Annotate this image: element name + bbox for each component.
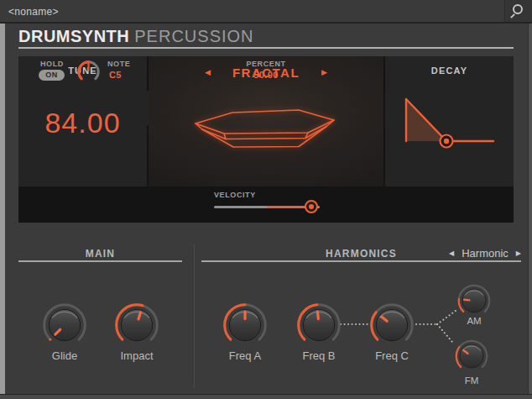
search-icon: [513, 4, 523, 14]
freq-a-knob-label: Freq A: [211, 349, 279, 362]
decay-envelope: [394, 90, 507, 153]
velocity-slider[interactable]: [214, 200, 320, 213]
mode-prev-arrow[interactable]: ◀: [449, 250, 454, 257]
percent-value[interactable]: 50.00: [18, 70, 514, 80]
velocity-handle[interactable]: [305, 200, 318, 213]
glide-knob[interactable]: [41, 302, 88, 349]
freq-c-knob-label: Freq C: [358, 349, 425, 362]
header-underline: [18, 47, 514, 49]
fractal-model-graphic: [185, 97, 352, 168]
main-section-underline: [18, 260, 182, 262]
impact-knob[interactable]: [113, 302, 160, 349]
percent-label: PERCENT: [18, 60, 514, 68]
left-frame-strip: [0, 24, 5, 399]
freq-c-knob[interactable]: [368, 302, 415, 349]
plugin-engine-name: PERCUSSION: [134, 27, 253, 45]
am-knob-label: AM: [449, 316, 499, 326]
section-divider: [194, 244, 195, 388]
bottom-frame-strip: [0, 394, 532, 399]
freq-b-knob-label: Freq B: [285, 349, 352, 362]
preset-name-field[interactable]: <noname>: [8, 6, 59, 18]
mode-next-arrow[interactable]: ▶: [516, 250, 521, 257]
freq-b-knob[interactable]: [295, 302, 342, 349]
top-bar: <noname>: [0, 0, 532, 24]
tune-value[interactable]: 84.00: [18, 107, 147, 139]
harmonics-header-row: HARMONICS ◀ Harmonic ▶: [201, 246, 521, 261]
freq-a-knob[interactable]: [222, 302, 269, 349]
mode-value[interactable]: Harmonic: [462, 247, 509, 260]
fm-knob-label: FM: [446, 375, 497, 386]
impact-knob-label: Impact: [103, 349, 170, 362]
decay-envelope-handle[interactable]: [441, 135, 453, 148]
harmonics-mode-selector[interactable]: ◀ Harmonic ▶: [449, 247, 521, 260]
main-section-header: MAIN: [18, 248, 182, 260]
plugin-name: DRUMSYNTH: [18, 27, 129, 45]
am-knob[interactable]: [456, 283, 492, 318]
right-frame-strip: [528, 24, 532, 399]
glide-knob-label: Glide: [31, 349, 98, 362]
search-button[interactable]: [504, 0, 532, 22]
velocity-label: VELOCITY: [214, 191, 256, 199]
fm-knob[interactable]: [454, 339, 489, 374]
harmonics-section-underline: [201, 260, 521, 262]
plugin-title: DRUMSYNTHPERCUSSION: [18, 27, 254, 46]
